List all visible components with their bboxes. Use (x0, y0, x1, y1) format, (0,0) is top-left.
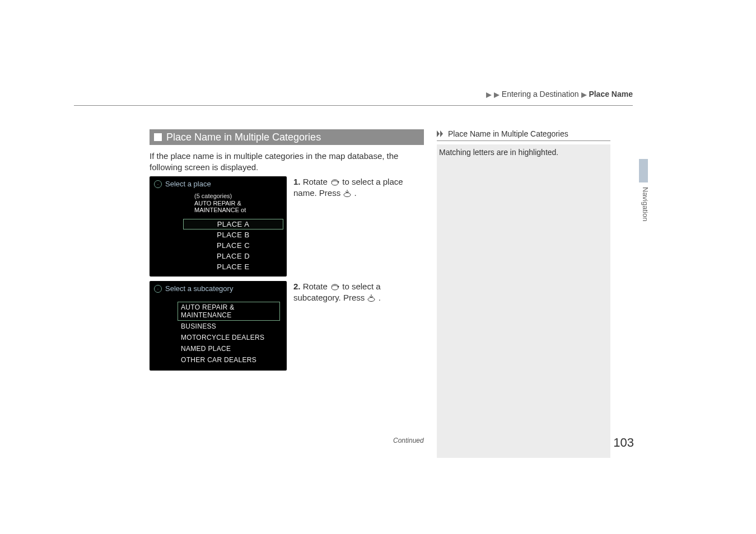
list-item: PLACE D (183, 251, 283, 261)
triangle-right-icon (581, 92, 587, 98)
step-text: . (354, 188, 357, 198)
dial-arc-icon (153, 301, 174, 371)
triangle-right-icon (494, 92, 500, 98)
svg-marker-2 (581, 92, 587, 98)
screenshot-select-place: · Select a place (5 categories) AUTO REP… (150, 176, 287, 277)
svg-marker-9 (437, 130, 440, 137)
breadcrumb-page: Place Name (589, 90, 633, 99)
list-item: PLACE E (183, 261, 283, 272)
sidenote-title: Place Name in Multiple Categories (448, 129, 568, 138)
rotate-dial-icon (330, 177, 340, 186)
list-item: BUSINESS (178, 321, 280, 332)
step-text: Rotate (303, 282, 330, 291)
list-item: PLACE C (183, 240, 283, 251)
screenshot-title: · Select a subcategory (150, 281, 287, 296)
sidenote-heading: Place Name in Multiple Categories (437, 129, 610, 140)
screenshot-title: · Select a place (150, 176, 287, 191)
double-chevron-right-icon (437, 130, 445, 137)
triangle-right-icon (486, 92, 492, 98)
svg-marker-1 (494, 92, 500, 98)
svg-marker-7 (338, 285, 339, 288)
svg-marker-4 (338, 181, 339, 183)
sidenote-text: Matching letters are in highlighted. (439, 144, 608, 157)
intro-paragraph: If the place name is in multiple categor… (150, 151, 427, 174)
page-number: 103 (613, 435, 634, 450)
svg-point-3 (332, 181, 338, 185)
header-rule (74, 105, 633, 106)
heading-text: Place Name in Multiple Categories (166, 132, 321, 143)
list-item: PLACE A (183, 219, 283, 229)
step-number: 1. (293, 177, 301, 186)
sidenote-box: Place Name in Multiple Categories Matchi… (437, 129, 610, 458)
list-item: PLACE B (183, 229, 283, 240)
svg-marker-10 (440, 130, 443, 137)
svg-point-6 (332, 285, 338, 290)
breadcrumb-section: Entering a Destination (502, 90, 579, 99)
rotate-dial-icon (330, 282, 340, 291)
list-item: MOTORCYCLE DEALERS (178, 332, 280, 343)
list-item: AUTO REPAIR & MAINTENANCE (178, 302, 280, 321)
svg-marker-0 (486, 92, 492, 98)
sidenote-rule (437, 140, 610, 141)
sidenote-body: Matching letters are in highlighted. (437, 144, 610, 458)
step-text: . (379, 293, 381, 302)
section-heading: Place Name in Multiple Categories (150, 129, 424, 145)
heading-square-icon (154, 133, 162, 141)
list-item: NAMED PLACE (178, 343, 280, 354)
dial-icon: · (154, 285, 162, 293)
breadcrumb: Entering a Destination Place Name (486, 90, 633, 99)
thumb-tab (639, 159, 648, 182)
vertical-section-label: Navigation (641, 187, 650, 221)
screenshot2-title-text: Select a subcategory (165, 284, 233, 293)
step-2: 2. Rotate to select a subcategory. Press… (293, 281, 426, 304)
press-dial-icon (367, 293, 376, 302)
step-number: 2. (293, 282, 301, 291)
screenshot1-title-text: Select a place (165, 180, 211, 188)
screenshot-select-subcategory: · Select a subcategory AUTO REPAIR & MAI… (150, 281, 287, 371)
continued-label: Continued (393, 437, 424, 444)
dial-icon: · (154, 180, 162, 188)
step-text: Rotate (303, 177, 330, 186)
step-1: 1. Rotate to select a place name. Press … (293, 176, 426, 199)
press-dial-icon (343, 189, 352, 198)
list-item: OTHER CAR DEALERS (178, 354, 280, 366)
